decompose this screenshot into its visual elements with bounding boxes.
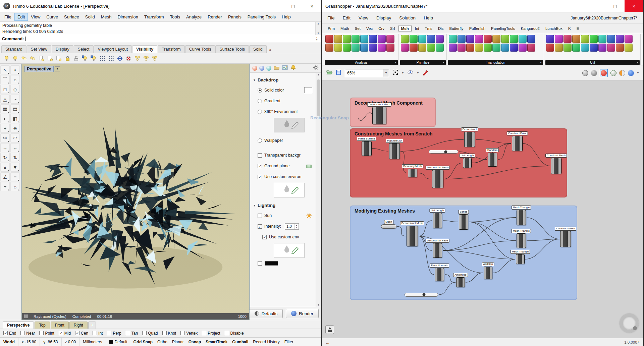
gh-node-delaunay-mesh[interactable]: Delaunay Mesh (408, 169, 417, 177)
scroll-up-icon[interactable]: ▲ (317, 22, 320, 25)
maximize-button[interactable]: □ (284, 0, 303, 12)
component-icon[interactable] (378, 35, 386, 43)
checkbox-icon[interactable] (59, 331, 63, 335)
selected-display-mode[interactable] (600, 69, 608, 77)
menu-render[interactable]: Render (205, 13, 225, 21)
component-icon[interactable] (546, 44, 554, 52)
checkbox-icon[interactable] (142, 331, 147, 335)
toolbar-tab-select[interactable]: Select (74, 45, 94, 53)
checkbox-icon[interactable] (258, 214, 262, 218)
command-input[interactable]: Command: ▲▼ (0, 35, 321, 43)
tool-arc-icon[interactable]: □ (0, 85, 10, 94)
menu-edit[interactable]: Edit (339, 13, 355, 23)
tool-select-icon[interactable]: ↖ (0, 65, 10, 74)
menu-surface[interactable]: Surface (61, 13, 82, 21)
gh-node-mesh-triangle[interactable]: Mesh Triangle (516, 254, 525, 264)
component-group-label-util[interactable]: Util▼ (545, 60, 640, 65)
toggle-ortho[interactable]: Ortho (155, 340, 170, 344)
tool-sort-icon[interactable]: ⇅ (10, 153, 20, 162)
toggle-gumball[interactable]: Gumball (230, 340, 251, 344)
gh-node-construct-mesh[interactable]: Construct Mesh (560, 231, 571, 247)
checkbox-icon[interactable] (180, 331, 185, 335)
tool-surface-icon[interactable]: ▤ (10, 104, 20, 113)
menu-file[interactable]: File (323, 13, 339, 23)
materials-panel-icon[interactable] (259, 66, 264, 71)
close-button[interactable]: × (625, 0, 643, 12)
gh-tab-prm[interactable]: Prm (325, 25, 337, 32)
component-icon[interactable] (501, 44, 509, 52)
menu-view[interactable]: View (355, 13, 372, 23)
component-icon[interactable] (401, 44, 409, 52)
gh-node-list-length[interactable]: List Length (433, 213, 442, 228)
minimize-button[interactable]: – (265, 0, 284, 12)
target-icon[interactable] (116, 55, 123, 62)
component-icon[interactable] (475, 44, 483, 52)
units-cell[interactable]: Millimeters (79, 338, 106, 346)
gh-tab-crv[interactable]: Crv (376, 25, 387, 32)
component-icon[interactable] (449, 44, 457, 52)
toggle-planar[interactable]: Planar (170, 340, 186, 344)
osnap-disable[interactable]: Disable (225, 331, 244, 336)
component-icon[interactable] (564, 44, 572, 52)
checkbox-icon[interactable] (258, 153, 262, 158)
gh-node-mesh-triangle[interactable]: Mesh Triangle (517, 210, 526, 225)
radio-icon[interactable] (258, 138, 262, 143)
tool-rectangle-icon[interactable]: ◇ (10, 85, 20, 94)
render-pause-icon[interactable] (24, 314, 28, 318)
component-group-label-primitive[interactable]: Primitive▼ (400, 60, 446, 65)
component-icon[interactable] (401, 35, 409, 43)
cplane-cell[interactable]: World (0, 338, 18, 346)
toolbar-tab-surface-tools[interactable]: Surface Tools (215, 45, 249, 53)
shaded-sphere-icon[interactable] (591, 70, 597, 76)
panel-folder-icon[interactable] (273, 64, 280, 72)
toolbar-overflow-chevron[interactable]: » (268, 46, 273, 53)
settings-gear-icon[interactable] (313, 64, 319, 72)
component-icon[interactable] (484, 44, 492, 52)
minimize-button[interactable]: – (587, 0, 606, 12)
component-icon[interactable] (466, 35, 474, 43)
gh-tab-kangaroo2[interactable]: Kangaroo2 (519, 25, 542, 32)
layer-cell[interactable]: Default (106, 338, 131, 346)
lamp-icon[interactable] (11, 55, 19, 62)
lamp-pair-icon[interactable] (29, 55, 36, 62)
gh-node-deconstruct-face[interactable]: Deconstruct Face (433, 243, 442, 258)
component-icon[interactable] (607, 44, 615, 52)
toggle-smarttrack[interactable]: SmartTrack (203, 340, 230, 344)
slider-knob-icon[interactable] (444, 150, 447, 153)
gh-node-plane-surface[interactable]: Plane Surface (362, 141, 372, 156)
menu-file[interactable]: File (1, 13, 14, 21)
component-icon[interactable] (449, 35, 457, 43)
gh-node-deconstruct-mesh[interactable]: Deconstruct Mesh (407, 226, 418, 246)
radio-icon[interactable] (258, 88, 262, 93)
component-icon[interactable] (378, 44, 386, 52)
scroll-down-icon[interactable]: ▼ (317, 32, 320, 34)
osnap-int[interactable]: Int (93, 331, 103, 336)
grid-points-icon[interactable] (99, 55, 106, 62)
tool-lower-icon[interactable]: ▼ (10, 163, 20, 172)
tool-intersect-icon[interactable]: ⊕ (10, 124, 20, 133)
gh-tab-vec[interactable]: Vec (364, 25, 375, 32)
component-icon[interactable] (369, 44, 377, 52)
gh-node-random[interactable]: Random (488, 153, 497, 167)
tool-arc-blend-icon[interactable]: ◠ (10, 133, 20, 142)
gh-tab-int[interactable]: Int (413, 25, 422, 32)
component-icon[interactable] (325, 44, 333, 52)
component-icon[interactable] (590, 44, 598, 52)
disable-red-x-icon[interactable] (125, 55, 132, 62)
component-icon[interactable] (436, 35, 444, 43)
toolbar-tab-display[interactable]: Display (52, 45, 73, 53)
gh-node-amplitude[interactable]: Amplitude (456, 277, 465, 287)
gh-tab-msh[interactable]: Msh (398, 25, 412, 32)
component-icon[interactable] (527, 35, 535, 43)
tool-freeform-icon[interactable]: ~ (10, 95, 20, 104)
toggle-osnap[interactable]: Osnap (186, 340, 203, 344)
component-icon[interactable] (546, 35, 554, 43)
intensity-checkbox[interactable]: Intensity: 1.0 ▲▼ (254, 221, 315, 232)
wallpaper-radio[interactable]: Wallpaper (254, 135, 315, 146)
checkbox-icon[interactable] (202, 331, 206, 335)
component-icon[interactable] (427, 44, 435, 52)
viewport-tab-front[interactable]: Front (51, 322, 69, 329)
gh-node-deconstruct-mesh[interactable]: Deconstruct Mesh (432, 170, 443, 188)
component-icon[interactable] (572, 35, 580, 43)
canvas-widget-button[interactable] (325, 325, 334, 334)
